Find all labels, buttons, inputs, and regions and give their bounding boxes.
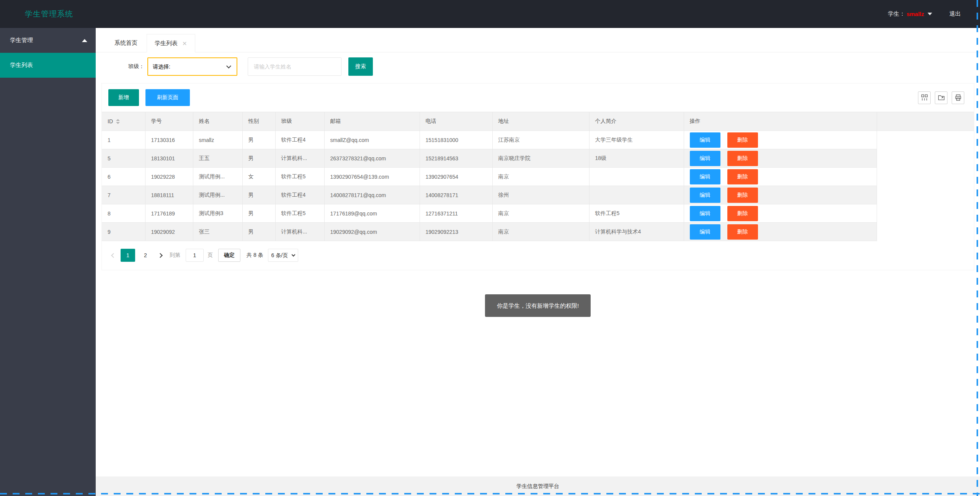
cell-profile: 软件工程5 [589,204,684,223]
sort-icon[interactable] [116,119,120,124]
student-table: ID 学号 姓名 性别 班级 邮箱 电话 地址 个人简介 操作 [102,112,974,241]
header-gender: 性别 [242,112,275,131]
print-icon[interactable] [952,91,964,104]
sidebar: 学生管理 学生列表 [0,28,96,496]
prev-page-button[interactable] [108,249,119,262]
username[interactable]: smallz [906,11,924,17]
cell-phone: 15151831000 [420,131,492,149]
cell-name: 张三 [193,223,242,241]
refresh-button[interactable]: 刷新页面 [145,89,190,106]
cell-class: 软件工程5 [275,204,324,223]
cell-student_no: 17130316 [145,131,193,149]
edit-button[interactable]: 编辑 [690,206,720,221]
edit-button[interactable]: 编辑 [690,224,720,240]
tab-bar: 系统首页 学生列表 ✕ [96,28,980,52]
cell-actions: 编辑删除 [684,149,877,168]
delete-button[interactable]: 删除 [727,188,758,203]
class-label: 班级： [128,63,144,70]
class-select[interactable]: 请选择: [147,57,237,76]
cell-email: 19029092@qq.com [324,223,420,241]
goto-suffix-label: 页 [207,252,213,259]
table-row: 518130101王五男计算机科...26373278321@qq.com152… [102,149,974,168]
cell-gender: 男 [242,149,275,168]
delete-button[interactable]: 删除 [727,151,758,166]
delete-button[interactable]: 删除 [727,132,758,148]
cell-address: 南京 [492,168,589,186]
cell-actions: 编辑删除 [684,223,877,241]
header-profile: 个人简介 [589,112,684,131]
sidebar-item-student-list[interactable]: 学生列表 [0,53,96,78]
collapse-caret-icon [82,39,87,42]
cell-filler [877,131,974,149]
columns-filter-icon[interactable] [918,91,931,104]
add-button[interactable]: 新增 [108,89,139,106]
header-email: 邮箱 [324,112,420,131]
header-filler [877,112,974,131]
header-id[interactable]: ID [102,112,145,131]
page-size-select-wrap: 6 条/页 [268,249,298,262]
cell-email: 26373278321@qq.com [324,149,420,168]
header-phone: 电话 [420,112,492,131]
page-button-1[interactable]: 1 [121,249,135,262]
cell-id: 1 [102,131,145,149]
tab-close-icon[interactable]: ✕ [182,41,187,46]
toolbar-icon-group [918,91,964,104]
cell-actions: 编辑删除 [684,186,877,204]
tab-home[interactable]: 系统首页 [105,34,147,52]
cell-phone: 13902907654 [420,168,492,186]
cell-filler [877,223,974,241]
table-toolbar: 新增 刷新页面 [102,83,974,112]
page-button-2[interactable]: 2 [138,249,153,262]
page-footer: 学生信息管理平台 [96,476,980,496]
header-student-no: 学号 [145,112,193,131]
app-root: 学生管理系统 学生： smallz 退出 学生管理 学生列表 系统首页 学生列表… [0,0,980,496]
cell-id: 9 [102,223,145,241]
total-count-label: 共 8 条 [247,252,263,259]
cell-phone: 12716371211 [420,204,492,223]
cell-gender: 女 [242,168,275,186]
search-button[interactable]: 搜索 [348,57,373,76]
edit-button[interactable]: 编辑 [690,169,720,184]
table-header: ID 学号 姓名 性别 班级 邮箱 电话 地址 个人简介 操作 [102,112,974,131]
edit-button[interactable]: 编辑 [690,151,720,166]
cell-id: 6 [102,168,145,186]
tab-student-list[interactable]: 学生列表 ✕ [147,34,195,52]
app-title: 学生管理系统 [0,9,73,19]
cell-address: 徐州 [492,186,589,204]
cell-id: 5 [102,149,145,168]
sidebar-group-label: 学生管理 [10,37,33,44]
cell-class: 软件工程4 [275,186,324,204]
cell-phone: 15218914563 [420,149,492,168]
table-row: 919029092张三男计算机科...19029092@qq.com190290… [102,223,974,241]
user-role-label: 学生： [888,10,905,18]
cell-email: 17176189@qq.com [324,204,420,223]
cell-email: 13902907654@139.com [324,168,420,186]
edit-button[interactable]: 编辑 [690,132,720,148]
tab-label: 学生列表 [155,34,178,52]
cell-profile [589,168,684,186]
cell-phone: 19029092213 [420,223,492,241]
goto-confirm-button[interactable]: 确定 [218,249,240,262]
cell-student_no: 18130101 [145,149,193,168]
header-class: 班级 [275,112,324,131]
cell-actions: 编辑删除 [684,204,877,223]
page-size-select[interactable]: 6 条/页 [268,249,298,262]
delete-button[interactable]: 删除 [727,224,758,240]
goto-page-input[interactable] [186,249,204,262]
table-row: 117130316smallz男软件工程4smallZ@qq.com151518… [102,131,974,149]
delete-button[interactable]: 删除 [727,206,758,221]
permission-toast: 你是学生，没有新增学生的权限! [485,294,591,317]
edit-button[interactable]: 编辑 [690,188,720,203]
table-row: 718818111测试用例...男软件工程414008278171@qq.com… [102,186,974,204]
export-icon[interactable] [935,91,947,104]
next-page-button[interactable] [154,249,166,262]
cell-id: 8 [102,204,145,223]
cell-filler [877,204,974,223]
sidebar-group-student-management[interactable]: 学生管理 [0,28,96,53]
user-dropdown-caret-icon[interactable] [928,13,932,15]
top-header: 学生管理系统 学生： smallz 退出 [0,0,980,28]
delete-button[interactable]: 删除 [727,169,758,184]
logout-button[interactable]: 退出 [949,10,961,18]
cell-class: 计算机科... [275,149,324,168]
student-name-input[interactable] [248,57,341,76]
